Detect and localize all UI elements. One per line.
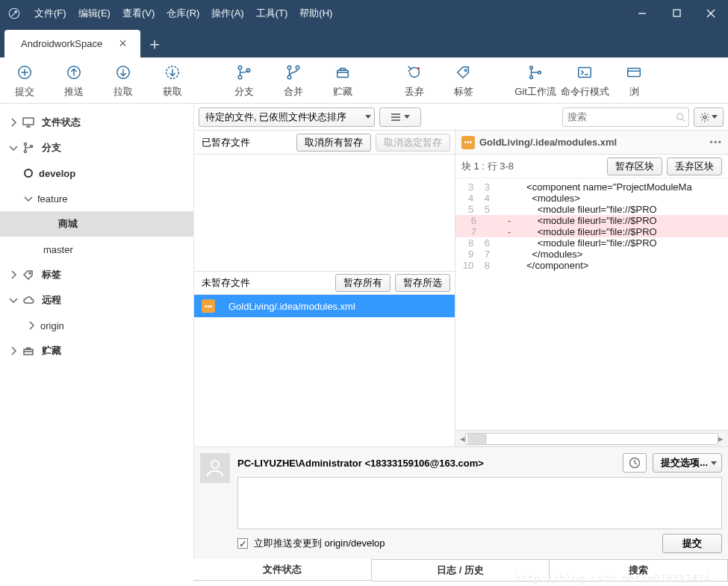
stash-button[interactable]: 贮藏 <box>318 57 367 104</box>
sidebar-tags[interactable]: 标签 <box>0 262 193 287</box>
chevron-down-icon <box>7 294 19 306</box>
diff-line[interactable]: 8 6 <module fileurl="file://$PRO <box>455 237 728 249</box>
sidebar-branch-master[interactable]: master <box>0 237 193 262</box>
history-button[interactable] <box>623 453 647 473</box>
settings-dropdown[interactable] <box>694 107 724 127</box>
diff-line[interactable]: 6 - <module fileurl="file://$PRO <box>455 215 728 226</box>
gear-icon <box>700 112 710 122</box>
sidebar-remotes[interactable]: 远程 <box>0 287 193 313</box>
monitor-icon <box>22 116 34 128</box>
svg-point-20 <box>296 66 299 69</box>
menu-tools[interactable]: 工具(T) <box>250 0 294 26</box>
diff-more-button[interactable]: ••• <box>709 137 722 148</box>
diff-line[interactable]: 5 5 <module fileurl="file://$PRO <box>455 204 728 215</box>
stage-all-button[interactable]: 暂存所有 <box>335 274 391 292</box>
commit-author: PC-LIYUZHE\Administrator <18333159106@16… <box>237 458 617 469</box>
sidebar: 文件状态 分支 develop feature 商城 master 标签 <box>0 104 194 582</box>
menu-view[interactable]: 查看(V) <box>116 0 161 26</box>
sidebar-branch-mall[interactable]: 商城 <box>0 211 193 237</box>
discard-button[interactable]: 丢弃 <box>390 57 439 104</box>
stage-hunk-button[interactable]: 暂存区块 <box>607 158 662 175</box>
sidebar-stashes[interactable]: 贮藏 <box>0 338 193 364</box>
search-input[interactable] <box>567 111 676 122</box>
svg-point-23 <box>464 69 467 71</box>
diff-line[interactable]: 7 - <module fileurl="file://$PRO <box>455 226 728 237</box>
commit-button[interactable]: 提交 <box>0 57 49 104</box>
svg-line-43 <box>682 119 685 121</box>
close-tab-button[interactable]: × <box>119 36 127 52</box>
staged-list[interactable] <box>194 155 455 271</box>
commit-message-input[interactable] <box>237 477 722 529</box>
svg-rect-3 <box>673 10 680 16</box>
tag-button[interactable]: 标签 <box>439 57 488 104</box>
push-after-commit-label: 立即推送变更到 origin/develop <box>254 537 385 550</box>
sidebar-branch-develop[interactable]: develop <box>0 160 193 186</box>
search-icon <box>676 112 685 122</box>
fetch-button[interactable]: 获取 <box>148 57 197 104</box>
bottom-tab-search[interactable]: 搜索 <box>550 560 728 582</box>
svg-point-44 <box>703 116 706 119</box>
push-button[interactable]: 推送 <box>49 57 99 104</box>
svg-point-22 <box>417 66 420 69</box>
menu-help[interactable]: 帮助(H) <box>293 0 338 26</box>
sidebar-remote-origin[interactable]: origin <box>0 313 193 338</box>
clock-icon <box>629 457 641 469</box>
caret-icon <box>404 115 410 119</box>
menu-repo[interactable]: 仓库(R) <box>161 0 205 26</box>
svg-point-35 <box>24 150 26 152</box>
maximize-button[interactable] <box>659 0 694 26</box>
close-window-button[interactable] <box>694 0 728 26</box>
svg-point-37 <box>29 272 31 274</box>
discard-hunk-button[interactable]: 丢弃区块 <box>667 158 722 175</box>
current-branch-icon <box>22 167 34 179</box>
hunk-label: 块 1 : 行 3-8 <box>461 160 603 173</box>
repo-tab-active[interactable]: AndroidworkSpace × <box>4 30 140 57</box>
toolbar: 提交 推送 拉取 获取 分支 合并 贮藏 丢弃 标签 Git工作流 命令行模式 … <box>0 57 728 104</box>
svg-point-45 <box>211 461 219 468</box>
gitflow-button[interactable]: Git工作流 <box>511 57 560 104</box>
svg-point-24 <box>530 66 533 69</box>
menu-file[interactable]: 文件(F) <box>28 0 72 26</box>
minimize-button[interactable] <box>625 0 659 26</box>
diff-text[interactable]: 3 3 <component name="ProjectModuleMa 4 4… <box>455 178 728 430</box>
merge-button[interactable]: 合并 <box>269 57 318 104</box>
chevron-down-icon <box>7 142 19 154</box>
menu-actions[interactable]: 操作(A) <box>205 0 249 26</box>
sidebar-branch-feature[interactable]: feature <box>0 186 193 211</box>
commit-options-dropdown[interactable]: 提交选项... <box>653 453 722 473</box>
explorer-button[interactable]: 浏 <box>609 57 659 104</box>
add-tab-button[interactable]: ＋ <box>140 30 169 57</box>
unstage-all-button[interactable]: 取消所有暂存 <box>296 134 371 152</box>
unstage-selected-button[interactable]: 取消选定暂存 <box>376 134 450 152</box>
svg-rect-21 <box>337 70 349 77</box>
unstaged-file-row[interactable]: ••• GoldLiving/.idea/modules.xml <box>194 295 455 317</box>
sidebar-file-status[interactable]: 文件状态 <box>0 110 193 135</box>
push-after-commit-checkbox[interactable]: ✓ <box>237 538 248 549</box>
bottom-tab-log[interactable]: 日志 / 历史 <box>372 560 550 582</box>
diff-line[interactable]: 4 4 <modules> <box>455 193 728 204</box>
search-box[interactable] <box>562 107 689 127</box>
terminal-button[interactable]: 命令行模式 <box>560 57 609 104</box>
pull-button[interactable]: 拉取 <box>99 57 148 104</box>
sidebar-branches[interactable]: 分支 <box>0 135 193 160</box>
file-path: GoldLiving/.idea/modules.xml <box>228 301 355 312</box>
diff-horizontal-scrollbar[interactable]: ◂ ▸ <box>455 430 728 446</box>
filter-dropdown[interactable]: 待定的文件, 已依照文件状态排序 <box>199 107 375 127</box>
svg-point-42 <box>677 113 683 119</box>
chevron-right-icon <box>25 320 37 331</box>
caret-icon <box>712 115 718 119</box>
branch-button[interactable]: 分支 <box>220 57 269 104</box>
unstaged-list[interactable]: ••• GoldLiving/.idea/modules.xml <box>194 295 455 446</box>
diff-line[interactable]: 9 7 </modules> <box>455 249 728 260</box>
view-mode-dropdown[interactable] <box>379 107 421 127</box>
window-controls <box>625 0 728 26</box>
diff-line[interactable]: 10 8 </component> <box>455 260 728 271</box>
svg-point-19 <box>287 75 291 79</box>
diff-line[interactable]: 3 3 <component name="ProjectModuleMa <box>455 181 728 193</box>
svg-point-34 <box>24 143 26 145</box>
commit-submit-button[interactable]: 提交 <box>662 534 722 553</box>
stage-selected-button[interactable]: 暂存所选 <box>395 274 450 292</box>
modified-icon: ••• <box>202 299 215 313</box>
bottom-tab-file-status[interactable]: 文件状态 <box>193 559 372 581</box>
menu-edit[interactable]: 编辑(E) <box>72 0 116 26</box>
